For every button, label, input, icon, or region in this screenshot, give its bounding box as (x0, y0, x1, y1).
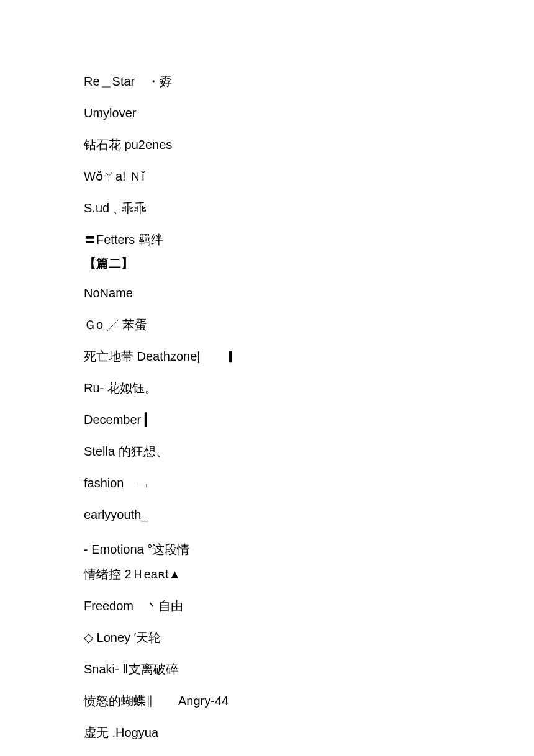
text-line: Snaki- Ⅱ支离破碎 (84, 661, 450, 677)
text-line: 死亡地带 Deathzone| ▎ (84, 348, 450, 364)
text-line: Re＿Star ・孬 (84, 73, 450, 89)
text-line: Ru- 花姒钰。 (84, 380, 450, 396)
text-line: Wǒㄚa! Ｎǐ (84, 168, 450, 184)
text-line: earlyyouth_ (84, 506, 450, 523)
text-line: Freedom 丶自由 (84, 598, 450, 614)
section-heading: 【篇二】 (84, 255, 450, 271)
text-line: 虚无 .Hogyua (84, 724, 450, 740)
text-line: fashion ﹁ (84, 475, 450, 491)
text-line: Umylover (84, 105, 450, 121)
text-line: Ｇo ╱ 苯蛋 (84, 317, 450, 333)
text-line: NoName (84, 285, 450, 301)
text-line: - Emotiona °这段情 (84, 541, 450, 557)
document-page: Re＿Star ・孬 Umylover 钻石花 pu2enes Wǒㄚa! Ｎǐ… (0, 0, 450, 740)
text-line: 〓Fetters 羁绊 (84, 232, 450, 248)
text-line: 情绪控 2Ｈеаʀt▲ (84, 566, 450, 582)
text-line: Stella 的狂想、 (84, 443, 450, 459)
text-line: S.ud﹑乖乖 (84, 200, 450, 216)
text-line: ◇ Loney ′天轮 (84, 629, 450, 646)
text-line: 钻石花 pu2enes (84, 137, 450, 153)
text-line: December ▎ (84, 412, 450, 428)
text-line: 愤怒的蝴蝶‖ Angry-44 (84, 693, 450, 709)
